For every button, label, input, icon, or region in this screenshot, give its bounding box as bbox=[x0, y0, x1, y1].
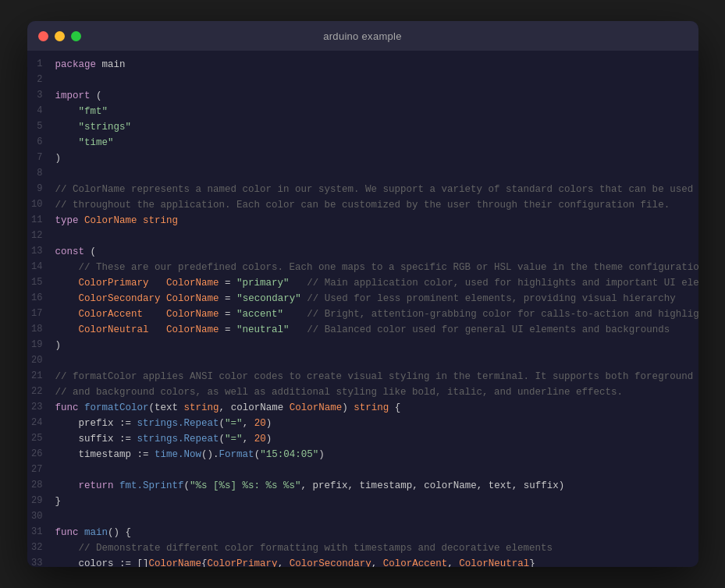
line-19: 19 ) bbox=[27, 338, 698, 353]
line-29: 29 } bbox=[27, 494, 698, 509]
line-number: 4 bbox=[27, 104, 55, 119]
line-content: ColorAccent ColorName = "accent" // Brig… bbox=[55, 306, 698, 322]
maximize-button[interactable] bbox=[71, 31, 81, 41]
line-number: 21 bbox=[27, 369, 55, 384]
line-number: 9 bbox=[27, 182, 55, 197]
line-22: 22 // and background colors, as well as … bbox=[27, 384, 698, 400]
line-number: 25 bbox=[27, 431, 55, 447]
line-content: "fmt" bbox=[55, 104, 683, 119]
line-18: 18 ColorNeutral ColorName = "neutral" //… bbox=[27, 322, 698, 338]
line-content: // ColorName represents a named color in… bbox=[55, 182, 694, 197]
line-number: 5 bbox=[27, 119, 55, 135]
line-number: 3 bbox=[27, 88, 55, 104]
line-content: // Demonstrate different color formattin… bbox=[55, 540, 683, 556]
editor-body[interactable]: 1 package main 2 3 import ( 4 "fmt" 5 bbox=[27, 51, 698, 567]
code-editor: 1 package main 2 3 import ( 4 "fmt" 5 bbox=[27, 57, 698, 567]
titlebar: arduino example bbox=[27, 21, 698, 51]
line-14: 14 // These are our predefined colors. E… bbox=[27, 260, 698, 275]
line-content: func main() { bbox=[55, 525, 683, 540]
line-2: 2 bbox=[27, 73, 698, 88]
line-number: 20 bbox=[27, 353, 55, 369]
line-30: 30 bbox=[27, 509, 698, 525]
line-content: const ( bbox=[55, 244, 683, 260]
line-9: 9 // ColorName represents a named color … bbox=[27, 182, 698, 197]
line-number: 7 bbox=[27, 151, 55, 166]
line-number: 28 bbox=[27, 478, 55, 494]
line-number: 8 bbox=[27, 166, 55, 182]
line-content: ColorNeutral ColorName = "neutral" // Ba… bbox=[55, 322, 683, 338]
line-21: 21 // formatColor applies ANSI color cod… bbox=[27, 369, 698, 384]
line-content bbox=[55, 353, 683, 369]
line-4: 4 "fmt" bbox=[27, 104, 698, 119]
line-number: 14 bbox=[27, 260, 55, 275]
line-number: 19 bbox=[27, 338, 55, 353]
line-15: 15 ColorPrimary ColorName = "primary" //… bbox=[27, 275, 698, 291]
line-5: 5 "strings" bbox=[27, 119, 698, 135]
line-number: 11 bbox=[27, 213, 55, 228]
line-number: 13 bbox=[27, 244, 55, 260]
minimize-button[interactable] bbox=[55, 31, 65, 41]
line-16: 16 ColorSecondary ColorName = "secondary… bbox=[27, 291, 698, 306]
line-content: prefix := strings.Repeat("=", 20) bbox=[55, 416, 683, 431]
line-24: 24 prefix := strings.Repeat("=", 20) bbox=[27, 416, 698, 431]
line-content: func formatColor(text string, colorName … bbox=[55, 400, 683, 416]
line-number: 30 bbox=[27, 509, 55, 525]
line-10: 10 // throughout the application. Each c… bbox=[27, 197, 698, 213]
line-number: 23 bbox=[27, 400, 55, 416]
line-number: 22 bbox=[27, 384, 55, 400]
line-31: 31 func main() { bbox=[27, 525, 698, 540]
line-content: timestamp := time.Now().Format("15:04:05… bbox=[55, 447, 683, 462]
line-number: 32 bbox=[27, 540, 55, 556]
line-content: ColorSecondary ColorName = "secondary" /… bbox=[55, 291, 683, 306]
line-number: 2 bbox=[27, 73, 55, 88]
line-content: suffix := strings.Repeat("=", 20) bbox=[55, 431, 683, 447]
line-content: } bbox=[55, 494, 683, 509]
line-content: colors := []ColorName{ColorPrimary, Colo… bbox=[55, 556, 683, 567]
line-content bbox=[55, 73, 683, 88]
line-number: 16 bbox=[27, 291, 55, 306]
line-13: 13 const ( bbox=[27, 244, 698, 260]
line-3: 3 import ( bbox=[27, 88, 698, 104]
line-11: 11 type ColorName string bbox=[27, 213, 698, 228]
line-12: 12 bbox=[27, 228, 698, 244]
line-content: "strings" bbox=[55, 119, 683, 135]
line-content bbox=[55, 462, 683, 478]
line-28: 28 return fmt.Sprintf("%s [%s] %s: %s %s… bbox=[27, 478, 698, 494]
line-content: // and background colors, as well as add… bbox=[55, 384, 683, 400]
line-33: 33 colors := []ColorName{ColorPrimary, C… bbox=[27, 556, 698, 567]
window-title: arduino example bbox=[323, 30, 402, 42]
line-content: ColorPrimary ColorName = "primary" // Ma… bbox=[55, 275, 698, 291]
line-content: "time" bbox=[55, 135, 683, 151]
line-27: 27 bbox=[27, 462, 698, 478]
line-number: 24 bbox=[27, 416, 55, 431]
line-number: 29 bbox=[27, 494, 55, 509]
line-1: 1 package main bbox=[27, 57, 698, 73]
line-23: 23 func formatColor(text string, colorNa… bbox=[27, 400, 698, 416]
line-number: 10 bbox=[27, 197, 55, 213]
line-17: 17 ColorAccent ColorName = "accent" // B… bbox=[27, 306, 698, 322]
close-button[interactable] bbox=[38, 31, 48, 41]
line-6: 6 "time" bbox=[27, 135, 698, 151]
line-number: 1 bbox=[27, 57, 55, 73]
line-content: // These are our predefined colors. Each… bbox=[55, 260, 698, 275]
line-number: 6 bbox=[27, 135, 55, 151]
line-25: 25 suffix := strings.Repeat("=", 20) bbox=[27, 431, 698, 447]
line-content: return fmt.Sprintf("%s [%s] %s: %s %s", … bbox=[55, 478, 683, 494]
line-7: 7 ) bbox=[27, 151, 698, 166]
line-content: ) bbox=[55, 338, 683, 353]
editor-window: arduino example 1 package main 2 3 impor… bbox=[27, 21, 698, 567]
line-content: ) bbox=[55, 151, 683, 166]
line-number: 27 bbox=[27, 462, 55, 478]
line-content bbox=[55, 228, 683, 244]
line-number: 26 bbox=[27, 447, 55, 462]
line-number: 18 bbox=[27, 322, 55, 338]
line-number: 31 bbox=[27, 525, 55, 540]
line-content: // formatColor applies ANSI color codes … bbox=[55, 369, 694, 384]
line-26: 26 timestamp := time.Now().Format("15:04… bbox=[27, 447, 698, 462]
line-number: 17 bbox=[27, 306, 55, 322]
line-number: 15 bbox=[27, 275, 55, 291]
line-32: 32 // Demonstrate different color format… bbox=[27, 540, 698, 556]
line-content bbox=[55, 166, 683, 182]
line-content: type ColorName string bbox=[55, 213, 683, 228]
line-content: package main bbox=[55, 57, 683, 73]
